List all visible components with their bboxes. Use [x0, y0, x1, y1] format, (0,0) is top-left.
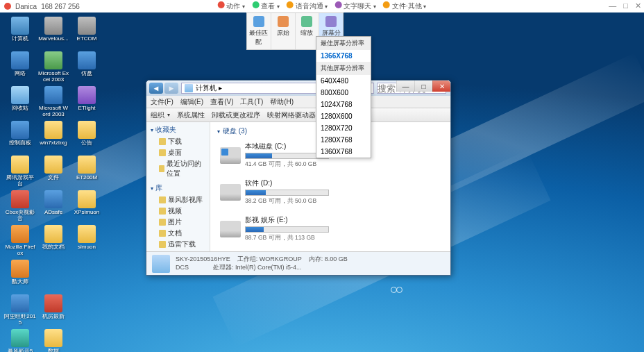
toolbar-item[interactable]: 卸载或更改程序 — [212, 110, 260, 120]
desktop-icon[interactable]: 酷大师 — [4, 258, 36, 292]
sidebar-item[interactable]: 图片 — [151, 217, 205, 228]
drive-item[interactable]: 软件 (D:)38.2 GB 可用，共 50.0 GB — [217, 176, 332, 208]
menu-item[interactable]: 编辑(E) — [180, 97, 203, 107]
resolution-option[interactable]: 1280X720 — [316, 122, 371, 134]
desktop-icon[interactable]: 网络 — [4, 50, 36, 83]
desktop-icon[interactable]: Cbox央视影音 — [4, 189, 36, 222]
desktop-icon[interactable]: 腾讯游戏平台 — [4, 154, 36, 187]
resolution-option[interactable]: 1280X600 — [316, 110, 371, 122]
app-icon — [78, 156, 96, 174]
resolution-dropdown: 最佳屏幕分辨率 1366X768 其他屏幕分辨率 640X480800X6001… — [316, 36, 371, 158]
status-hostname: SKY-20150516HYE — [176, 255, 230, 262]
sidebar-item[interactable]: 暴风影视库 — [151, 194, 205, 206]
window-minimize-button[interactable]: — — [396, 81, 414, 92]
desktop-icon[interactable]: 数据 — [37, 328, 69, 352]
session-menu-item[interactable]: 文字聊天 ▾ — [334, 1, 376, 11]
sidebar-item[interactable]: 视频 — [151, 206, 205, 217]
resolution-option[interactable]: 800X600 — [316, 87, 371, 99]
resolution-best-header: 最佳屏幕分辨率 — [316, 37, 371, 50]
app-minimize-button[interactable]: — — [609, 1, 616, 10]
folder-icon — [159, 219, 166, 226]
desktop-icon[interactable]: 控制面板 — [4, 119, 36, 153]
menu-dot-icon — [287, 1, 294, 8]
desktop-icon[interactable]: 文件 — [37, 154, 69, 187]
sidebar-item[interactable]: 文档 — [151, 228, 205, 239]
desktop-icon[interactable]: 公告 — [71, 119, 103, 153]
desktop-icon[interactable]: 回收站 — [4, 85, 36, 118]
desktop-icon[interactable]: Microsoft Excel 2003 — [37, 50, 69, 83]
desktop-icon[interactable]: win7xtzbxg — [37, 119, 69, 153]
resolution-option[interactable]: 1024X768 — [316, 99, 371, 110]
explorer-statusbar: SKY-20150516HYE 工作组: WORKGROUP 内存: 8.00 … — [146, 251, 450, 275]
app-icon — [44, 260, 62, 278]
desktop-icon[interactable]: 我的文档 — [37, 224, 69, 257]
app-icon — [44, 225, 62, 243]
desktop-icon[interactable]: simuon — [71, 224, 103, 257]
explorer-titlebar[interactable]: ◄ ► 计算机 ▸ — □ ✕ — [146, 81, 450, 96]
action-icon — [253, 16, 264, 27]
app-icon — [78, 225, 96, 243]
session-menu-item[interactable]: 查看 ▾ — [252, 1, 280, 11]
folder-icon — [159, 241, 166, 248]
sidebar-item[interactable]: 桌面 — [151, 147, 205, 158]
desktop-icon[interactable]: Mozilla Firefox — [4, 224, 36, 257]
desktop-icon[interactable]: 计算机 — [4, 15, 36, 49]
toolbar-item[interactable]: 系统属性 — [177, 110, 205, 120]
desktop-icon[interactable]: 暴风影音5 — [4, 328, 36, 352]
resolution-current[interactable]: 1366X768 — [316, 50, 371, 62]
app-icon — [11, 225, 29, 243]
action-原始[interactable]: 原始 — [271, 13, 296, 49]
status-name2: DCS — [176, 264, 189, 271]
desktop-icon[interactable] — [37, 258, 69, 292]
app-icon — [78, 51, 96, 69]
desktop-icon[interactable]: ETCOM — [71, 15, 103, 49]
app-icon — [78, 190, 96, 208]
toolbar-item[interactable]: 映射网络驱动器 — [267, 110, 316, 120]
toolbar-item[interactable]: 组织 — [151, 110, 170, 120]
desktop-icon[interactable]: Microsoft Word 2003 — [37, 85, 69, 118]
sidebar-favorites-header[interactable]: 收藏夹 — [151, 125, 205, 135]
drive-item[interactable]: 影视 娱乐 (E:)88.7 GB 可用，共 113 GB — [217, 212, 332, 245]
session-bar: Danica 168 267 256 动作 ▾ 查看 ▾ 语音沟通 ▾ 文字聊天… — [0, 0, 644, 12]
session-menu-item[interactable]: 文件·其他 ▾ — [383, 1, 426, 11]
window-maximize-button[interactable]: □ — [414, 81, 432, 92]
drive-item[interactable]: 本地磁盘 (C:)41.4 GB 可用，共 60.0 GB — [217, 139, 332, 171]
sidebar-item[interactable]: 最近访问的位置 — [151, 158, 205, 179]
drive-icon — [220, 221, 241, 237]
session-menu-item[interactable]: 语音沟通 ▾ — [287, 1, 328, 11]
resolution-option[interactable]: 640X480 — [316, 75, 371, 87]
address-text: 计算机 ▸ — [196, 83, 222, 93]
sidebar-item[interactable]: 下载 — [151, 136, 205, 147]
folder-icon — [159, 208, 166, 215]
window-close-button[interactable]: ✕ — [432, 81, 450, 92]
sidebar-libraries-header[interactable]: 库 — [151, 183, 205, 193]
computer-icon — [152, 255, 170, 273]
resolution-option[interactable]: 1280X768 — [316, 134, 371, 146]
menu-item[interactable]: 文件(F) — [151, 97, 173, 107]
app-close-button[interactable]: ✕ — [635, 1, 641, 10]
menu-item[interactable]: 帮助(H) — [270, 97, 294, 107]
menu-item[interactable]: 工具(T) — [240, 97, 263, 107]
resolution-option[interactable]: 1360X768 — [316, 146, 371, 158]
app-icon — [11, 260, 29, 278]
folder-icon — [159, 230, 166, 237]
nav-forward-button[interactable]: ► — [164, 83, 178, 94]
app-restore-button[interactable]: □ — [623, 1, 628, 10]
sidebar-item[interactable]: 迅雷下载 — [151, 239, 205, 250]
session-menu-item[interactable]: 动作 ▾ — [218, 1, 246, 11]
desktop-icon[interactable]: 机房最新 — [37, 293, 69, 326]
desktop-icon[interactable]: ET200M — [71, 154, 103, 187]
desktop-icon[interactable]: ETlight — [71, 85, 103, 118]
action-最佳匹配[interactable]: 最佳匹配 — [247, 13, 271, 49]
app-icon — [44, 294, 62, 312]
nav-back-button[interactable]: ◄ — [149, 83, 163, 94]
desktop-icon[interactable]: 阿里旺旺2015 — [4, 293, 36, 326]
app-icon — [11, 190, 29, 208]
desktop-icon[interactable]: XPsimuon — [71, 189, 103, 222]
desktop-icon[interactable]: ADsafe — [37, 189, 69, 222]
app-icon — [44, 51, 62, 69]
folder-icon — [159, 196, 166, 203]
desktop-icon[interactable]: Marvelous... — [37, 15, 69, 49]
menu-item[interactable]: 查看(V) — [210, 97, 233, 107]
desktop-icon[interactable]: 仿盘 — [71, 50, 103, 83]
